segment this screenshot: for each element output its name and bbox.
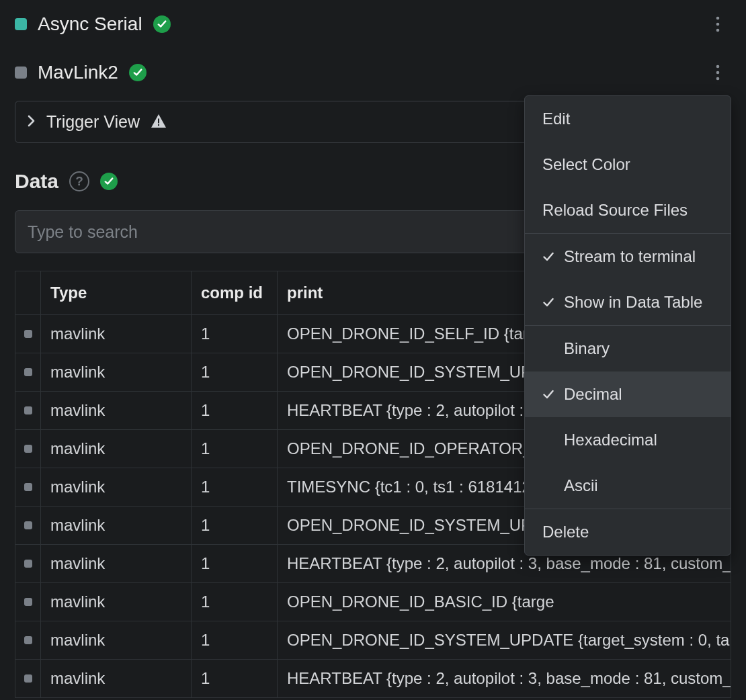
row-marker-icon	[24, 560, 32, 568]
panel-title: Async Serial	[38, 13, 142, 35]
menu-item-label: Decimal	[564, 385, 622, 404]
row-marker-icon	[24, 330, 32, 338]
trigger-view-label: Trigger View	[46, 112, 140, 132]
cell-comp-id: 1	[192, 583, 278, 621]
cell-type: mavlink	[41, 430, 192, 468]
panel-title: MavLink2	[38, 62, 118, 83]
col-comp-id[interactable]: comp id	[192, 271, 278, 315]
data-title: Data	[15, 170, 58, 193]
svg-point-4	[716, 71, 720, 75]
cell-print: HEARTBEAT {type : 2, autopilot : 3, base…	[278, 660, 731, 698]
menu-item-label: Edit	[542, 110, 570, 128]
menu-item-stream-to-terminal[interactable]: Stream to terminal	[525, 234, 731, 279]
svg-point-5	[716, 77, 720, 81]
panel-header-mavlink2: MavLink2	[0, 48, 746, 97]
row-marker-cell	[15, 353, 41, 392]
svg-point-2	[716, 29, 720, 32]
menu-item-select-color[interactable]: Select Color	[525, 142, 731, 187]
table-row[interactable]: mavlink1OPEN_DRONE_ID_SYSTEM_UPDATE {tar…	[15, 621, 731, 660]
cell-type: mavlink	[41, 621, 192, 660]
menu-item-decimal[interactable]: Decimal	[525, 371, 731, 417]
check-icon	[542, 390, 554, 399]
row-marker-cell	[15, 545, 41, 583]
menu-item-label: Stream to terminal	[564, 247, 696, 266]
menu-item-label: Hexadecimal	[564, 431, 657, 449]
row-marker-cell	[15, 315, 41, 353]
cell-comp-id: 1	[192, 315, 278, 353]
cell-comp-id: 1	[192, 392, 278, 430]
cell-comp-id: 1	[192, 430, 278, 468]
cell-print: OPEN_DRONE_ID_SYSTEM_UPDATE {target_syst…	[278, 621, 731, 660]
row-marker-icon	[24, 674, 32, 683]
kebab-menu-button[interactable]	[704, 59, 731, 86]
row-marker-cell	[15, 507, 41, 545]
row-marker-cell	[15, 621, 41, 660]
cell-type: mavlink	[41, 468, 192, 507]
menu-item-label: Ascii	[564, 476, 598, 495]
row-marker-icon	[24, 636, 32, 644]
cell-comp-id: 1	[192, 353, 278, 392]
menu-item-show-in-data-table[interactable]: Show in Data Table	[525, 279, 731, 325]
cell-comp-id: 1	[192, 507, 278, 545]
color-swatch	[15, 18, 27, 30]
kebab-menu-button[interactable]	[704, 11, 731, 38]
row-marker-cell	[15, 430, 41, 468]
menu-item-label: Reload Source Files	[542, 201, 688, 220]
cell-type: mavlink	[41, 660, 192, 698]
row-marker-icon	[24, 598, 32, 606]
menu-item-label: Binary	[564, 339, 610, 358]
svg-point-3	[716, 65, 720, 69]
menu-item-edit[interactable]: Edit	[525, 96, 731, 142]
svg-rect-6	[158, 118, 159, 123]
row-marker-icon	[24, 406, 32, 414]
row-marker-icon	[24, 521, 32, 529]
menu-item-reload-source-files[interactable]: Reload Source Files	[525, 187, 731, 233]
row-marker-icon	[24, 368, 32, 376]
cell-print: OPEN_DRONE_ID_BASIC_ID {targe	[278, 583, 731, 621]
table-row[interactable]: mavlink1HEARTBEAT {type : 2, autopilot :…	[15, 660, 731, 698]
svg-point-1	[716, 23, 720, 26]
cell-type: mavlink	[41, 583, 192, 621]
row-marker-cell	[15, 468, 41, 507]
cell-type: mavlink	[41, 315, 192, 353]
row-marker-cell	[15, 660, 41, 698]
help-icon[interactable]: ?	[69, 171, 89, 191]
svg-rect-7	[158, 124, 159, 126]
menu-item-ascii[interactable]: Ascii	[525, 463, 731, 509]
cell-type: mavlink	[41, 392, 192, 430]
cell-type: mavlink	[41, 507, 192, 545]
menu-item-binary[interactable]: Binary	[525, 326, 731, 371]
status-ok-icon	[153, 15, 171, 33]
menu-item-delete[interactable]: Delete	[525, 509, 731, 555]
col-marker	[15, 271, 41, 315]
warning-icon	[151, 114, 167, 131]
table-row[interactable]: mavlink1OPEN_DRONE_ID_BASIC_ID {targe	[15, 583, 731, 621]
menu-item-label: Delete	[542, 523, 589, 541]
svg-point-0	[716, 17, 720, 20]
menu-item-hexadecimal[interactable]: Hexadecimal	[525, 417, 731, 463]
status-ok-icon	[100, 173, 118, 190]
menu-item-label: Select Color	[542, 155, 630, 174]
check-icon	[542, 252, 554, 261]
cell-comp-id: 1	[192, 621, 278, 660]
panel-header-async-serial: Async Serial	[0, 0, 746, 48]
cell-comp-id: 1	[192, 468, 278, 507]
check-icon	[542, 298, 554, 307]
status-ok-icon	[129, 64, 147, 81]
cell-comp-id: 1	[192, 545, 278, 583]
context-menu: EditSelect ColorReload Source FilesStrea…	[524, 95, 731, 556]
cell-comp-id: 1	[192, 660, 278, 698]
row-marker-cell	[15, 392, 41, 430]
cell-type: mavlink	[41, 545, 192, 583]
cell-type: mavlink	[41, 353, 192, 392]
col-type[interactable]: Type	[41, 271, 192, 315]
row-marker-icon	[24, 483, 32, 491]
row-marker-icon	[24, 445, 32, 453]
menu-item-label: Show in Data Table	[564, 293, 702, 312]
row-marker-cell	[15, 583, 41, 621]
chevron-right-icon	[28, 115, 36, 130]
color-swatch	[15, 67, 27, 79]
